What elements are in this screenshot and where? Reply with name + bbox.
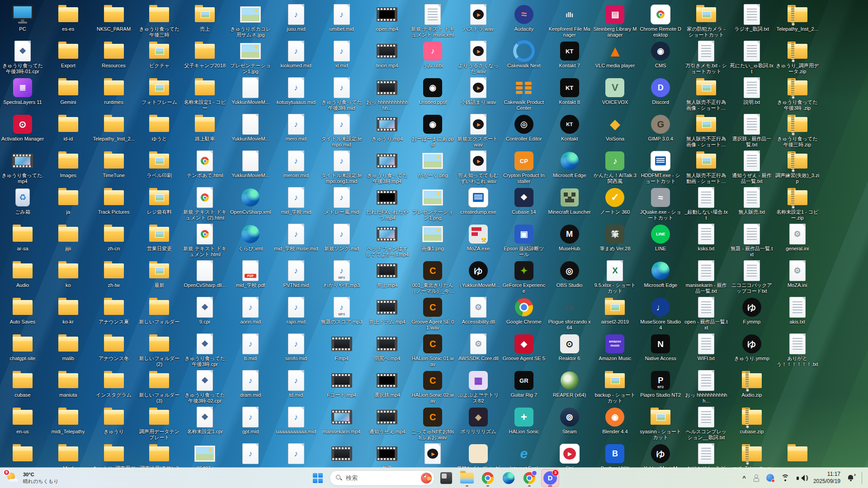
taskbar-widgets-window-button[interactable]	[437, 469, 455, 487]
desktop-icon[interactable]: maniuta	[46, 370, 91, 398]
desktop-icon[interactable]: ♪MP3無題のスコア.mp3	[319, 296, 364, 325]
desktop-icon[interactable]: インスタグラム	[91, 370, 137, 398]
desktop-icon[interactable]: Export	[46, 40, 91, 69]
desktop-icon[interactable]: 売上	[182, 4, 227, 32]
desktop-icon[interactable]: ▶Stri	[547, 443, 592, 471]
desktop-icon[interactable]: CHALion Sonic 02.wav	[410, 370, 455, 404]
desktop-icon[interactable]: きゅうりボカコレ用サムネ.jpg	[228, 4, 273, 38]
desktop-icon[interactable]	[775, 443, 820, 465]
desktop-icon[interactable]: NKSC_PARAM	[91, 4, 137, 32]
desktop-icon[interactable]: ◆VoiSona	[592, 113, 637, 142]
desktop-icon[interactable]: GGIMP 3.0.4	[638, 113, 683, 142]
desktop-icon[interactable]: プレゼンテーション1.jpg	[228, 40, 273, 75]
taskbar-chrome-profile-button[interactable]	[520, 469, 538, 487]
desktop-icon[interactable]: Mixd	[46, 443, 91, 471]
desktop-icon[interactable]: ⚙MoZA.ini	[775, 260, 820, 288]
desktop-icon[interactable]: ♪kiokumed.mid	[274, 40, 319, 69]
desktop-icon[interactable]: おにおにわ..るど	[684, 443, 729, 471]
desktop-icon[interactable]: 65407.j	[182, 443, 227, 471]
desktop-icon[interactable]: Telepathy_Inst_2...	[775, 4, 820, 32]
desktop-icon[interactable]: Microsoft Edge	[638, 260, 683, 288]
desktop-icon[interactable]: ピクチャ	[137, 40, 182, 69]
desktop-icon[interactable]: cubase.zip	[729, 406, 774, 435]
desktop-icon[interactable]: 新規 テキスト ドキュメント.html	[182, 223, 227, 258]
desktop-icon[interactable]: ニコニコバックアップコードtxt	[729, 260, 774, 295]
desktop-icon[interactable]: ♪	[274, 443, 319, 465]
desktop-icon[interactable]: Gemini	[46, 77, 91, 105]
desktop-icon[interactable]: ◉Blender 4.4	[592, 406, 637, 435]
desktop-icon[interactable]: WIFI.txt	[684, 333, 729, 361]
desktop-icon[interactable]: ko	[46, 260, 91, 288]
desktop-icon[interactable]: Chrome Remote Desktop	[638, 4, 683, 38]
desktop-icon[interactable]: createdump.exe	[456, 187, 501, 215]
desktop-icon[interactable]: 無人販売不正行為画像 - ショートカッ...	[684, 77, 729, 112]
desktop-icon[interactable]: ありがとう！！！！！！.txt	[775, 333, 820, 368]
desktop-icon[interactable]: akis.txt	[775, 296, 820, 325]
desktop-icon[interactable]: _起動しない場合.txt	[684, 187, 729, 221]
desktop-icon[interactable]: OpenCvSharp.xml	[228, 187, 273, 215]
desktop-icon[interactable]: zh-tw	[91, 260, 137, 288]
desktop-icon[interactable]: ♪タイトル未設定.tempo.mid	[319, 113, 364, 148]
taskbar-clock[interactable]: 11:17 2025/09/19	[813, 471, 840, 485]
desktop-icon[interactable]: ▶パスドラ.wav	[456, 4, 501, 32]
desktop-icon[interactable]: 新規 テキスト ドキュメント.musicxml	[410, 4, 455, 38]
desktop-icon[interactable]: MMuseHub	[547, 223, 592, 252]
desktop-icon[interactable]: ♪jusu.mid	[274, 4, 319, 32]
desktop-icon[interactable]: ♪td.mid	[274, 370, 319, 398]
desktop-icon[interactable]: en-us	[0, 406, 45, 435]
desktop-icon[interactable]: くらび.xml	[228, 223, 273, 252]
desktop-icon[interactable]: ▶小銭詰まり.wav	[456, 77, 501, 105]
desktop-icon[interactable]: CGroove Agent SE 01.wav	[410, 296, 455, 331]
desktop-icon[interactable]: ko-kr	[46, 296, 91, 325]
desktop-icon[interactable]: ♪mid_学校.mid	[274, 187, 319, 215]
desktop-icon[interactable]: Cこってゅhdすおfdsbふぁお.wav	[410, 406, 455, 441]
desktop-icon[interactable]: ✓ノートン 360	[592, 187, 637, 215]
desktop-icon[interactable]: sfzPlogue sforzando x64	[547, 296, 592, 331]
desktop-icon[interactable]: cubase	[0, 370, 45, 398]
desktop-icon[interactable]: 無題	[364, 443, 410, 471]
desktop-icon[interactable]: ◉おーばーまにあ.ppsf	[410, 113, 455, 148]
desktop-icon[interactable]: フォトフレーム	[137, 77, 182, 105]
desktop-icon[interactable]: 調声用データテンプレート	[137, 406, 182, 441]
desktop-icon[interactable]: きゅうり食ってた午後三時	[137, 4, 182, 38]
desktop-icon[interactable]: ▦ぷよぷよ™テトリス®2	[456, 370, 501, 404]
desktop-icon[interactable]: ◉Untitled.ppsf	[410, 77, 455, 105]
desktop-icon[interactable]: ▶よりうるさくなった.wav	[456, 40, 501, 75]
desktop-icon[interactable]: BBrother Utiliti	[592, 443, 637, 471]
desktop-icon[interactable]: KTKontakt 8	[547, 77, 592, 105]
desktop-icon[interactable]: ♪kotusytuaaus.mid	[274, 77, 319, 105]
desktop-icon[interactable]: 新しいフォルダー (3)	[137, 370, 182, 404]
weather-widget[interactable]: 9 30°C 晴れのちくもり	[0, 468, 64, 488]
desktop-icon[interactable]: 無人販売不正行為画像 - ショートカット	[684, 113, 729, 148]
desktop-icon[interactable]: 名称未設定1 - コピー	[182, 77, 227, 112]
desktop-icon[interactable]: 井上.mp4	[364, 260, 410, 288]
desktop-icon[interactable]: malib	[46, 333, 91, 361]
desktop-icon[interactable]: ♻ごみ箱	[0, 187, 45, 215]
desktop-icon[interactable]: Microsoft Edge	[547, 150, 592, 178]
desktop-icon[interactable]: 羽尻へ.mp4	[364, 333, 410, 361]
desktop-icon[interactable]: だれだFXいれたやつ.mp4	[364, 187, 410, 221]
desktop-icon[interactable]	[319, 443, 364, 465]
desktop-icon[interactable]: es-es	[46, 4, 91, 32]
volume-icon[interactable]: ))	[797, 474, 807, 482]
desktop-icon[interactable]: runtimes	[91, 77, 137, 105]
desktop-icon[interactable]: ♪新規ソング.mid	[319, 223, 364, 252]
desktop-icon[interactable]: DDiscord	[638, 77, 683, 105]
desktop-icon[interactable]: Google Chrome	[501, 296, 547, 325]
desktop-icon[interactable]: おっ hhhhhhhhhhhhh...	[364, 77, 410, 112]
desktop-icon[interactable]: 死にたい_ゅ歌詞.txt	[729, 40, 774, 75]
desktop-icon[interactable]: backup - ショートカット	[592, 370, 637, 404]
desktop-icon[interactable]: ♪メドレー風.mid	[319, 187, 364, 215]
desktop-icon[interactable]: ≈JQuake.exe - ショートカット	[638, 187, 683, 221]
desktop-icon[interactable]: 父子キャンプ2018	[182, 40, 227, 69]
desktop-icon[interactable]: zh-cn	[91, 223, 137, 252]
desktop-icon[interactable]: 無人販売不正行為動画 - ショートカット	[684, 150, 729, 185]
desktop-icon[interactable]: 通知うぜえ - 親作品一覧.txt	[729, 150, 774, 185]
desktop-icon[interactable]: ♪uaaaaaaaaaa.mid	[274, 406, 319, 435]
desktop-icon[interactable]: CHALion Sonic 01.wav	[410, 333, 455, 368]
desktop-icon[interactable]: ◎OBS Studio	[547, 260, 592, 288]
desktop-icon[interactable]: ゆきゅうり.ymmp	[729, 333, 774, 361]
desktop-icon[interactable]: ❖きゅうり食ってた午後3時.cpr	[182, 333, 227, 368]
desktop-icon[interactable]: ksks.txt	[684, 223, 729, 252]
desktop-icon[interactable]: ▲VLC media player	[592, 40, 637, 69]
